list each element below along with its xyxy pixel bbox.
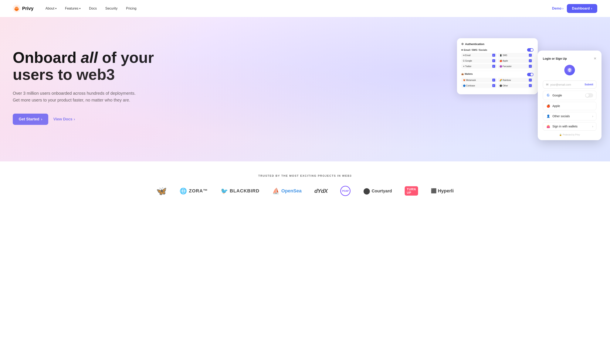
demo-arrow-icon: ›: [562, 7, 563, 10]
nav-pricing[interactable]: Pricing: [123, 5, 140, 12]
wallets-label: Wallets: [461, 73, 473, 75]
auth-option-coinbase: 🔵 Coinbase ✓: [461, 83, 497, 88]
nav-docs[interactable]: Docs: [86, 5, 100, 12]
hero-buttons: Get Started › View Docs ›: [13, 114, 162, 125]
nav-right: Demo › Dashboard ›: [552, 4, 597, 13]
auth-option-sms: 📱 SMS ✓: [498, 53, 533, 58]
google-icon: G: [546, 93, 550, 97]
opensea-logo: ⛵ OpenSea: [272, 188, 302, 195]
auth-divider: [461, 71, 533, 71]
trusted-logos: 🦋 🌐 ZORA™ 🐦 BLACKBIRD ⛵ OpenSea dYdX POA…: [13, 186, 597, 196]
get-started-arrow-icon: ›: [41, 117, 42, 121]
wallets-section: Wallets 🦊 Metamask ✓ 🌈 Rainbow ✓ 🔵 Coinb…: [461, 73, 533, 88]
nav-links: About ▾ Features ▾ Docs Security Pricing: [42, 5, 552, 12]
hero-content: Onboard all of yourusers to web3 Over 3 …: [13, 41, 162, 137]
auth-settings-panel: Authentication Email / SMS / Socials ✉ E…: [457, 38, 538, 94]
auth-option-other-wallet: ⚫ Other ✓: [498, 83, 533, 88]
auth-option-google: G Google ✓: [461, 58, 497, 63]
svg-point-6: [569, 70, 569, 70]
close-icon[interactable]: ✕: [594, 56, 596, 61]
login-modal-title: Login or Sign Up: [543, 57, 567, 60]
get-started-button[interactable]: Get Started ›: [13, 114, 48, 125]
demo-link[interactable]: Demo ›: [552, 7, 563, 10]
trusted-section: TRUSTED BY THE MOST EXCITING PROJECTS IN…: [0, 161, 610, 205]
nav-features[interactable]: Features ▾: [62, 5, 84, 12]
privy-small-logo: 🦋: [156, 186, 167, 196]
view-docs-link[interactable]: View Docs ›: [53, 117, 75, 121]
about-chevron-icon: ▾: [55, 7, 56, 10]
auth-option-rainbow: 🌈 Rainbow ✓: [498, 78, 533, 82]
hyperli-logo: ⬛ Hyperli: [431, 188, 454, 194]
other-socials-option[interactable]: 👤 Other socials ›: [543, 112, 596, 120]
dashboard-button[interactable]: Dashboard ›: [567, 4, 597, 13]
nav-security[interactable]: Security: [102, 5, 121, 12]
poap-logo: POAP: [340, 186, 351, 196]
email-submit-button[interactable]: Submit: [584, 83, 593, 86]
wallets-login-icon: 👛: [546, 125, 550, 128]
auth-options-grid: ✉ Email ✓ 📱 SMS ✓ G Google ✓ 🍎 Apple ✓: [461, 53, 533, 69]
socials-icon: 👤: [546, 115, 550, 118]
wallets-arrow-icon: ›: [592, 125, 593, 128]
svg-point-3: [15, 8, 16, 9]
logo[interactable]: Privy: [13, 5, 34, 12]
email-sms-label: Email / SMS / Socials: [461, 49, 487, 51]
shield-icon: 🔒: [559, 134, 562, 136]
navigation: Privy About ▾ Features ▾ Docs Security P…: [0, 0, 610, 17]
login-modal-header: Login or Sign Up ✕: [543, 56, 596, 61]
auth-option-farcaster: 🟣 Farcaster ✓: [498, 64, 533, 69]
email-input[interactable]: your@email.com: [550, 83, 583, 86]
apple-icon: 🍎: [546, 104, 550, 108]
login-footer: 🔒 Protected by Privy: [543, 134, 596, 136]
other-socials-arrow-icon: ›: [592, 115, 593, 118]
google-login-option[interactable]: G Google: [543, 91, 596, 100]
hero-title: Onboard all of yourusers to web3: [13, 49, 162, 83]
features-chevron-icon: ▾: [79, 7, 81, 10]
email-sms-section: Email / SMS / Socials ✉ Email ✓ 📱 SMS ✓ …: [461, 48, 533, 69]
view-docs-arrow-icon: ›: [74, 117, 75, 121]
auth-option-apple: 🍎 Apple ✓: [498, 58, 533, 63]
wallets-login-option[interactable]: 👛 Sign in with wallets ›: [543, 122, 596, 130]
svg-point-4: [17, 8, 18, 9]
auth-option-twitter: ✕ Twitter ✓: [461, 64, 497, 69]
trusted-label: TRUSTED BY THE MOST EXCITING PROJECTS IN…: [13, 174, 597, 177]
auth-option-email: ✉ Email ✓: [461, 53, 497, 58]
svg-point-7: [570, 70, 571, 70]
turnup-logo: TURNUP: [405, 186, 418, 195]
dashboard-arrow-icon: ›: [591, 7, 592, 10]
auth-panel-title: Authentication: [461, 42, 533, 46]
dydx-logo: dYdX: [314, 188, 327, 194]
blackbird-logo: 🐦 BLACKBIRD: [221, 188, 259, 195]
email-input-row[interactable]: ✉ your@email.com Submit: [543, 80, 596, 89]
email-sms-toggle[interactable]: [527, 48, 533, 52]
apple-login-option[interactable]: 🍎 Apple: [543, 102, 596, 110]
login-logo-icon: [564, 65, 575, 75]
login-logo: [543, 65, 596, 75]
auth-option-metamask: 🦊 Metamask ✓: [461, 78, 497, 82]
courtyard-logo: ⬤ Courtyard: [363, 188, 392, 195]
wallet-options-grid: 🦊 Metamask ✓ 🌈 Rainbow ✓ 🔵 Coinbase ✓ ⚫ …: [461, 78, 533, 88]
login-modal: Login or Sign Up ✕ ✉ your@email.com Subm…: [538, 51, 601, 140]
nav-about[interactable]: About ▾: [42, 5, 60, 12]
hero-section: Onboard all of yourusers to web3 Over 3 …: [0, 17, 610, 161]
google-toggle[interactable]: [585, 93, 593, 97]
hero-subtitle: Over 3 million users onboarded across hu…: [13, 90, 162, 104]
zora-logo: 🌐 ZORA™: [180, 188, 208, 195]
hero-visuals: Authentication Email / SMS / Socials ✉ E…: [457, 38, 601, 140]
email-icon: ✉: [546, 83, 549, 86]
wallets-toggle[interactable]: [527, 73, 533, 76]
